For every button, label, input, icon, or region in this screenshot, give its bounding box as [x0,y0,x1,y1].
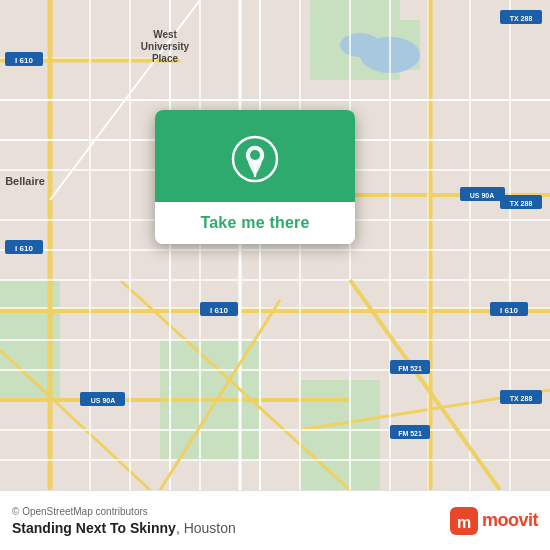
bottom-bar: © OpenStreetMap contributors Standing Ne… [0,490,550,550]
location-city: , Houston [176,520,236,536]
svg-text:m: m [457,514,471,531]
svg-text:FM 521: FM 521 [398,430,422,437]
svg-point-72 [250,150,260,160]
svg-text:I 610: I 610 [500,306,518,315]
popup-green-area [155,110,355,202]
osm-credit: © OpenStreetMap contributors [12,506,236,517]
take-me-there-button[interactable]: Take me there [155,202,355,244]
moovit-text: moovit [482,510,538,531]
moovit-icon: m [450,507,478,535]
svg-text:Place: Place [152,53,179,64]
map-container: I 610 I 610 I 610 I 610 TX 288 TX 288 TX… [0,0,550,490]
svg-rect-5 [300,380,380,490]
svg-point-7 [340,33,380,57]
svg-text:US 90A: US 90A [91,397,116,404]
svg-text:University: University [141,41,190,52]
svg-rect-0 [0,0,550,490]
svg-text:I 610: I 610 [15,56,33,65]
svg-text:TX 288: TX 288 [510,15,533,22]
svg-text:I 610: I 610 [210,306,228,315]
location-pin-icon [230,134,280,184]
bottom-info: © OpenStreetMap contributors Standing Ne… [12,506,236,536]
svg-text:FM 521: FM 521 [398,365,422,372]
svg-text:West: West [153,29,177,40]
svg-text:TX 288: TX 288 [510,200,533,207]
location-name: Standing Next To Skinny [12,520,176,536]
moovit-logo: m moovit [450,507,538,535]
svg-text:Bellaire: Bellaire [5,175,45,187]
svg-text:I 610: I 610 [15,244,33,253]
svg-text:TX 288: TX 288 [510,395,533,402]
map-svg: I 610 I 610 I 610 I 610 TX 288 TX 288 TX… [0,0,550,490]
svg-text:US 90A: US 90A [470,192,495,199]
popup-card: Take me there [155,110,355,244]
